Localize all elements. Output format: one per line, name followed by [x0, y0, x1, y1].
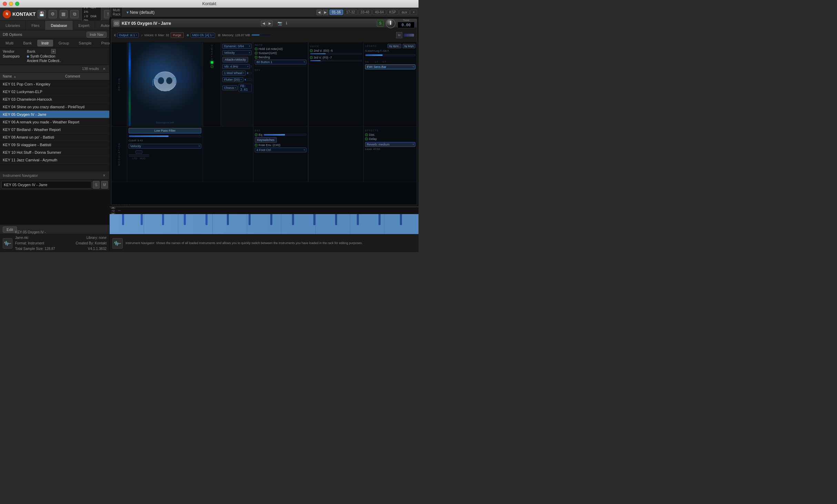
- piano-roll-display[interactable]: [110, 214, 418, 234]
- subtab-bank[interactable]: Bank: [19, 40, 36, 47]
- rack-close-button[interactable]: ×: [410, 10, 417, 15]
- instr-nav-s-button[interactable]: S: [93, 181, 100, 189]
- midi-dropdown[interactable]: MIDI Ch: [A] 1: [191, 33, 215, 38]
- list-item[interactable]: KEY 03 Chameleon-Hancock: [0, 95, 109, 103]
- lfo-slider-2[interactable]: [129, 156, 149, 157]
- key-group[interactable]: [144, 214, 179, 234]
- 3rd-voice-slider[interactable]: [310, 60, 362, 61]
- ch-tab-ksp[interactable]: KSP: [387, 10, 399, 15]
- rack-button[interactable]: ▦: [60, 10, 68, 18]
- vib-slider[interactable]: [251, 65, 252, 68]
- chorus-dropdown[interactable]: Chorus: [222, 85, 238, 90]
- m-button[interactable]: M: [396, 32, 402, 38]
- list-item[interactable]: KEY 08 Amarsi un po' - Battisti: [0, 133, 109, 141]
- list-item[interactable]: KEY 02 Luckyman-ELP: [0, 88, 109, 95]
- key-group[interactable]: [281, 214, 316, 234]
- list-item[interactable]: KEY 09 Si viaggiare - Battisti: [0, 141, 109, 149]
- eq-slider[interactable]: [263, 134, 306, 136]
- black-key[interactable]: [205, 214, 208, 225]
- black-key[interactable]: [184, 214, 186, 225]
- ch-tab-01-16[interactable]: 01-16: [330, 10, 343, 15]
- tune-knob[interactable]: [386, 19, 395, 28]
- black-key[interactable]: [122, 214, 124, 225]
- black-key[interactable]: [141, 214, 143, 225]
- ch-tab-33-48[interactable]: 33-48: [358, 10, 372, 15]
- list-item[interactable]: KEY 10 Hot Stuff - Donna Summer: [0, 149, 109, 156]
- instr-nav-m-button[interactable]: M: [101, 181, 108, 189]
- clone-button[interactable]: ⧉: [70, 10, 79, 18]
- mod-dropdown[interactable]: 1 Mod Wheel: [222, 71, 246, 75]
- ewi-dropdown[interactable]: EWI Sens.Bar: [365, 64, 415, 69]
- output-dropdown[interactable]: Output: st.1: [117, 33, 139, 38]
- 2nd-voice-slider[interactable]: [310, 53, 362, 54]
- instr-nav-close-button[interactable]: ×: [102, 173, 107, 178]
- purge-button[interactable]: Purge: [171, 32, 184, 38]
- mod-slider[interactable]: [247, 72, 252, 74]
- rack-prev-button[interactable]: ◀: [316, 10, 322, 15]
- black-key[interactable]: [335, 214, 337, 225]
- black-key[interactable]: [400, 214, 402, 225]
- maximize-button[interactable]: [15, 2, 19, 6]
- black-key[interactable]: [357, 214, 359, 225]
- attack-button[interactable]: Attack=Velocity: [222, 57, 248, 62]
- low-pass-button[interactable]: Low Pass Filter: [129, 128, 201, 133]
- list-item[interactable]: KEY 11 Jazz Carnival - Azymuth: [0, 156, 109, 164]
- dynamic-dropdown[interactable]: Dynamic: 0/64: [222, 44, 252, 49]
- list-item[interactable]: KEY 06 A remark you made - Weather Repor…: [0, 118, 109, 126]
- flutter-slider[interactable]: [244, 79, 252, 81]
- instr-next-button[interactable]: ▶: [267, 21, 273, 26]
- legato-slider[interactable]: [365, 54, 415, 56]
- add-filter-button[interactable]: +: [51, 49, 56, 54]
- camera-icon[interactable]: 📷: [278, 21, 282, 26]
- instr-nav-button[interactable]: Instr Nav: [87, 32, 107, 38]
- ch-tab-49-64[interactable]: 49-64: [372, 10, 386, 15]
- flutter-dropdown[interactable]: Flutter (D0): [222, 77, 243, 82]
- foot-ctrl-dropdown[interactable]: 4 Foot Ctrl: [255, 148, 306, 152]
- close-button[interactable]: [3, 2, 7, 6]
- subtab-group[interactable]: Group: [54, 40, 73, 47]
- subtab-instr[interactable]: Instr: [37, 40, 53, 47]
- keyswitches-button[interactable]: Keyswitches: [255, 137, 277, 143]
- piano-scroll-up[interactable]: ▲: [111, 206, 115, 209]
- velocity-dropdown[interactable]: Velocity: [222, 50, 252, 55]
- instr-prev-button[interactable]: ◀: [261, 21, 266, 26]
- black-key[interactable]: [313, 214, 315, 225]
- list-item[interactable]: KEY 04 Shine on you crazy diamond - Pink…: [0, 103, 109, 111]
- ch-tab-aux[interactable]: aux: [399, 10, 410, 15]
- info-icon[interactable]: ℹ: [286, 21, 287, 26]
- black-key[interactable]: [162, 214, 164, 225]
- vib-dropdown[interactable]: Vib: 4.9Hz: [222, 64, 250, 69]
- ch-tab-17-32[interactable]: 17-32: [344, 10, 357, 15]
- clear-filter-button[interactable]: ×: [102, 67, 107, 71]
- subtab-sample[interactable]: Sample: [74, 40, 95, 47]
- tab-expert[interactable]: Expert: [73, 21, 95, 30]
- list-item-selected[interactable]: KEY 05 Oxygen IV - Jarre: [0, 111, 109, 118]
- black-key[interactable]: [227, 214, 229, 225]
- button80-dropdown[interactable]: 80 Button 1: [255, 60, 306, 64]
- velocity2-dropdown[interactable]: Velocity: [129, 144, 201, 149]
- by-keys-button[interactable]: by keys: [403, 44, 415, 48]
- tab-files[interactable]: Files: [26, 21, 45, 30]
- reverb-dropdown[interactable]: Reverb: medium: [365, 142, 415, 147]
- settings-button[interactable]: ⚙: [49, 10, 57, 18]
- black-key[interactable]: [249, 214, 251, 225]
- wha-slider[interactable]: [129, 135, 201, 137]
- sync-button[interactable]: S: [377, 20, 384, 27]
- list-item[interactable]: KEY 01 Pop Corn - Kingsley: [0, 80, 109, 88]
- minimize-button[interactable]: [9, 2, 13, 6]
- black-key[interactable]: [379, 214, 381, 225]
- key-group[interactable]: [316, 214, 350, 234]
- rack-next-button[interactable]: ▶: [323, 10, 328, 15]
- save-button[interactable]: 💾: [38, 10, 46, 18]
- black-key[interactable]: [292, 214, 294, 225]
- lfo-slider[interactable]: [129, 154, 149, 155]
- pitch-slider[interactable]: [404, 34, 414, 37]
- by-dync-button[interactable]: by dync.: [387, 44, 401, 48]
- tab-libraries[interactable]: Libraries: [0, 21, 26, 30]
- list-item[interactable]: KEY 07 Birdland - Weather Report: [0, 126, 109, 133]
- key-group[interactable]: [247, 214, 282, 234]
- key-group[interactable]: [213, 214, 247, 234]
- black-key[interactable]: [270, 214, 272, 225]
- tab-database[interactable]: Database: [45, 21, 73, 30]
- key-group[interactable]: [110, 214, 144, 234]
